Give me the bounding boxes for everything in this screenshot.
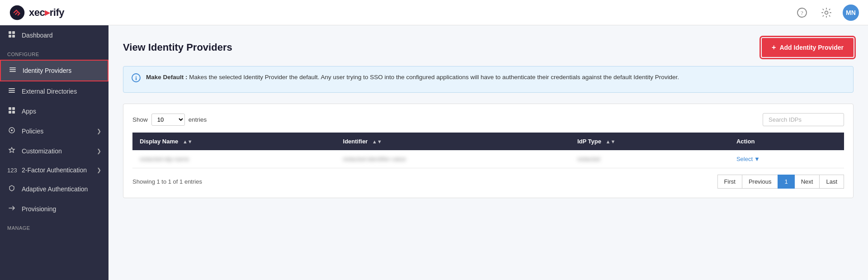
column-idp-type: IdP Type ▲▼ — [570, 133, 729, 150]
show-entries-control: Show 10 25 50 100 entries — [132, 114, 207, 126]
svg-point-19 — [11, 129, 13, 131]
info-banner-rest: Makes the selected Identity Provider the… — [189, 74, 679, 81]
dashboard-icon — [7, 31, 16, 40]
adaptive-auth-icon — [7, 185, 16, 194]
add-idp-button-label: Add Identity Provider — [779, 44, 844, 51]
entries-label: entries — [189, 116, 207, 123]
page-title: View Identity Providers — [123, 42, 232, 53]
customization-icon — [7, 147, 16, 156]
display-name-value: redacted-idp-name — [140, 156, 189, 162]
cell-identifier: redacted-identifier-value — [336, 150, 570, 168]
first-page-button[interactable]: First — [717, 175, 742, 189]
logo-icon — [9, 5, 25, 21]
info-banner-bold: Make Default : — [146, 74, 188, 81]
avatar-button[interactable]: MN — [843, 5, 859, 21]
apps-icon — [7, 107, 16, 116]
settings-icon-button[interactable] — [818, 5, 835, 21]
svg-rect-9 — [9, 69, 16, 70]
external-directories-icon — [7, 87, 16, 96]
content-area: View Identity Providers + Add Identity P… — [108, 25, 868, 280]
last-page-button[interactable]: Last — [819, 175, 844, 189]
svg-rect-15 — [12, 107, 15, 110]
table-header-row: Display Name ▲▼ Identifier ▲▼ IdP Type ▲… — [132, 133, 844, 150]
add-identity-provider-button[interactable]: + Add Identity Provider — [762, 38, 854, 57]
sidebar-item-2fa[interactable]: 123 2-Factor Authentication ❯ — [0, 161, 108, 179]
column-action: Action — [729, 133, 844, 150]
svg-rect-7 — [12, 35, 15, 38]
sidebar-item-label-identity-providers: Identity Providers — [23, 67, 100, 74]
sort-arrows-idp-type[interactable]: ▲▼ — [606, 139, 616, 144]
next-page-button[interactable]: Next — [794, 175, 820, 189]
pagination-buttons: First Previous 1 Next Last — [718, 175, 844, 189]
cell-idp-type: redacted — [570, 150, 729, 168]
sidebar-item-customization[interactable]: Customization ❯ — [0, 141, 108, 161]
policies-icon — [7, 127, 16, 136]
sidebar-item-provisioning[interactable]: Provisioning — [0, 199, 108, 219]
info-banner: i Make Default : Makes the selected Iden… — [123, 66, 854, 93]
sidebar-item-label-external-directories: External Directories — [22, 88, 101, 95]
2fa-icon: 123 — [7, 167, 16, 174]
customization-chevron-icon: ❯ — [97, 148, 101, 154]
svg-rect-11 — [9, 88, 15, 89]
svg-rect-14 — [9, 107, 11, 110]
sidebar-item-apps[interactable]: Apps — [0, 101, 108, 121]
sidebar-item-label-customization: Customization — [22, 147, 91, 155]
idp-table: Display Name ▲▼ Identifier ▲▼ IdP Type ▲… — [132, 133, 844, 168]
sidebar-item-label-2fa: 2-Factor Authentication — [22, 166, 91, 174]
sidebar-item-label-dashboard: Dashboard — [22, 32, 101, 39]
svg-rect-5 — [12, 31, 15, 34]
logo-area: xec▸rify — [9, 5, 64, 21]
sidebar-item-label-provisioning: Provisioning — [22, 205, 101, 213]
svg-rect-12 — [9, 90, 15, 91]
info-icon: i — [132, 73, 141, 86]
provisioning-icon — [7, 204, 16, 214]
column-display-name: Display Name ▲▼ — [132, 133, 336, 150]
svg-rect-10 — [9, 71, 16, 72]
page-header-row: View Identity Providers + Add Identity P… — [123, 38, 854, 57]
current-page-button[interactable]: 1 — [778, 175, 794, 189]
sidebar-item-dashboard[interactable]: Dashboard — [0, 25, 108, 45]
svg-rect-8 — [9, 67, 16, 68]
svg-text:?: ? — [801, 9, 803, 16]
previous-page-button[interactable]: Previous — [742, 175, 778, 189]
plus-icon: + — [772, 43, 776, 52]
sidebar-item-label-apps: Apps — [22, 108, 101, 115]
manage-section-label: Manage — [0, 219, 108, 233]
top-header: xec▸rify ? MN — [0, 0, 868, 25]
identifier-value: redacted-identifier-value — [343, 156, 406, 162]
sidebar-item-adaptive-auth[interactable]: Adaptive Authentication — [0, 179, 108, 199]
sort-arrows-display-name[interactable]: ▲▼ — [183, 139, 193, 144]
pagination-row: Showing 1 to 1 of 1 entries First Previo… — [132, 175, 844, 189]
svg-point-3 — [825, 11, 828, 14]
configure-section-label: Configure — [0, 45, 108, 60]
svg-rect-17 — [12, 111, 15, 114]
sidebar-item-policies[interactable]: Policies ❯ — [0, 121, 108, 141]
help-icon-button[interactable]: ? — [794, 5, 810, 21]
table-controls: Show 10 25 50 100 entries — [132, 113, 844, 126]
select-dropdown-arrow[interactable]: ▼ — [754, 156, 760, 162]
main-layout: Dashboard Configure Identity Providers E… — [0, 25, 868, 280]
column-identifier: Identifier ▲▼ — [336, 133, 570, 150]
svg-rect-4 — [9, 31, 11, 34]
cell-display-name: redacted-idp-name — [132, 150, 336, 168]
table-row: redacted-idp-name redacted-identifier-va… — [132, 150, 844, 168]
sidebar-item-identity-providers[interactable]: Identity Providers — [0, 60, 108, 81]
search-idps-input[interactable] — [763, 113, 844, 126]
showing-text: Showing 1 to 1 of 1 entries — [132, 178, 202, 185]
sort-arrows-identifier[interactable]: ▲▼ — [372, 139, 382, 144]
show-label: Show — [132, 116, 148, 123]
cell-action: Select ▼ — [729, 150, 844, 168]
identity-providers-icon — [8, 66, 17, 75]
select-action-link[interactable]: Select ▼ — [736, 156, 837, 162]
svg-text:i: i — [135, 75, 137, 81]
policies-chevron-icon: ❯ — [97, 128, 101, 134]
sidebar-item-label-policies: Policies — [22, 128, 91, 135]
header-icons: ? MN — [794, 5, 859, 21]
svg-rect-6 — [9, 35, 11, 38]
entries-per-page-select[interactable]: 10 25 50 100 — [151, 114, 185, 126]
2fa-chevron-icon: ❯ — [97, 167, 101, 173]
svg-rect-13 — [9, 92, 15, 93]
sidebar: Dashboard Configure Identity Providers E… — [0, 25, 108, 280]
sidebar-item-external-directories[interactable]: External Directories — [0, 81, 108, 101]
info-banner-text: Make Default : Makes the selected Identi… — [146, 73, 679, 82]
